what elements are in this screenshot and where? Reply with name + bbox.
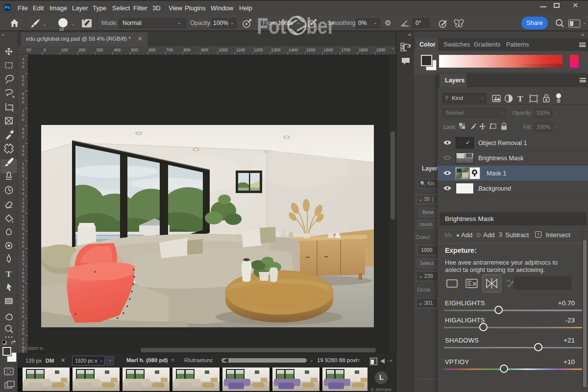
svg-text:0: 0 xyxy=(22,331,24,336)
svg-text:ber: ber xyxy=(306,13,335,37)
svg-text:700: 700 xyxy=(166,48,173,52)
svg-text:200: 200 xyxy=(78,48,85,52)
svg-text:0: 0 xyxy=(22,192,24,196)
svg-text:0: 0 xyxy=(22,226,24,231)
svg-text:0: 0 xyxy=(22,152,24,157)
svg-text:1000: 1000 xyxy=(219,48,228,52)
svg-text:T: T xyxy=(6,270,12,279)
svg-text:0: 0 xyxy=(22,135,24,139)
svg-text:600: 600 xyxy=(148,48,155,52)
svg-text:1300: 1300 xyxy=(271,48,280,52)
svg-text:0: 0 xyxy=(22,244,24,248)
svg-text:800: 800 xyxy=(184,48,191,52)
svg-text:0: 0 xyxy=(22,279,24,283)
svg-text:0: 0 xyxy=(22,296,24,301)
svg-text:0: 0 xyxy=(22,314,24,318)
svg-text:0: 0 xyxy=(22,118,24,122)
svg-text:1500: 1500 xyxy=(306,48,316,52)
svg-text:500: 500 xyxy=(131,48,138,52)
svg-text:Fot: Fot xyxy=(257,13,286,37)
svg-text:1400: 1400 xyxy=(289,48,298,52)
svg-text:0: 0 xyxy=(44,48,46,52)
svg-text:00: 00 xyxy=(26,48,31,52)
svg-text:0: 0 xyxy=(22,262,24,266)
svg-text:0: 0 xyxy=(22,82,24,87)
svg-text:1800: 1800 xyxy=(359,48,368,52)
svg-text:100: 100 xyxy=(61,48,68,52)
svg-text:0: 0 xyxy=(22,174,24,178)
svg-text:900: 900 xyxy=(201,48,208,52)
svg-text:1900: 1900 xyxy=(376,48,386,52)
svg-text:1700: 1700 xyxy=(341,48,350,52)
svg-text:0: 0 xyxy=(22,65,24,69)
svg-text:1600: 1600 xyxy=(324,48,333,52)
svg-text:0: 0 xyxy=(22,209,24,213)
svg-text:T: T xyxy=(517,94,523,103)
svg-text:400: 400 xyxy=(114,48,121,52)
svg-text:300: 300 xyxy=(96,48,103,52)
svg-text:1100: 1100 xyxy=(236,48,245,52)
svg-text:1200: 1200 xyxy=(254,48,263,52)
svg-text:0: 0 xyxy=(22,100,24,104)
